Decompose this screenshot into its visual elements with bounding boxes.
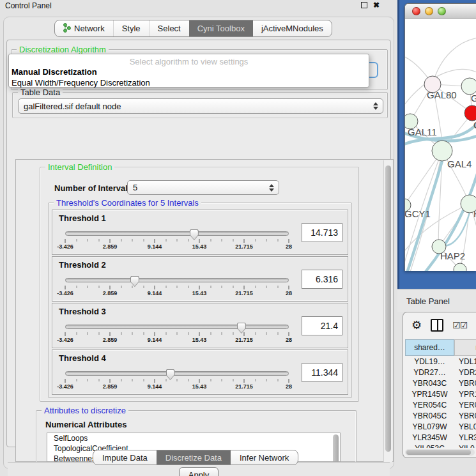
threshold-panel: Threshold 4-3.4262.8599.14415.4321.71528… (52, 349, 348, 395)
threshold-slider[interactable] (65, 278, 289, 282)
slider-ticks (65, 239, 289, 243)
threshold-label: Threshold 3 (59, 307, 106, 316)
table-row[interactable]: YDR27…YDR2 (405, 368, 476, 379)
table-row[interactable]: YDL19…YDL1 (405, 357, 476, 368)
threshold-label: Threshold 4 (59, 353, 106, 363)
tab-cyni-toolbox[interactable]: Cyni Toolbox (189, 20, 253, 36)
algorithm-option-manual[interactable]: Manual Discretization (9, 66, 369, 77)
checkbox-icons[interactable]: ☑☑ (452, 320, 467, 330)
slider-ticks (65, 332, 289, 336)
table-header-row: shared… na (405, 339, 476, 356)
cell-shared-name: YIL053C (405, 444, 454, 448)
threshold-value-field[interactable]: 14.713 (302, 223, 342, 242)
network-node-label: HAP2 (440, 250, 465, 261)
slider-tick-labels: -3.4262.8599.14415.4321.71528 (65, 383, 289, 391)
interval-definition-group: Interval Definition Number of Intervals … (40, 167, 359, 402)
table-row[interactable]: YPR145WYPR1 (405, 390, 476, 401)
cell-shared-name: YBL079W (405, 422, 454, 433)
network-node-label: GAL80 (427, 89, 457, 100)
discretization-algorithm-group-label: Discretization Algorithm (17, 45, 109, 54)
tab-discretize-data[interactable]: Discretize Data (157, 450, 231, 464)
combo-spinner-icon (269, 184, 274, 192)
table-panel: ⚙ ☑☑ shared… na YDL19…YDL1YDR27…YDR2YBR0… (403, 312, 476, 458)
application-root: Control Panel ✖ Network (0, 0, 476, 476)
slider-ticks (65, 379, 289, 383)
split-columns-icon[interactable] (431, 319, 443, 332)
network-edge[interactable] (433, 38, 476, 84)
column-header-shared-name[interactable]: shared… (405, 339, 454, 356)
slider-tick-labels: -3.4262.8599.14415.4321.71528 (65, 337, 289, 344)
network-icon (63, 23, 71, 35)
apply-button[interactable]: Apply (179, 467, 219, 476)
close-icon[interactable]: ✖ (373, 2, 380, 8)
threshold-slider[interactable] (65, 231, 289, 236)
gear-icon[interactable]: ⚙ (411, 319, 422, 331)
cell-name: YBL0 (454, 422, 476, 433)
table-rows: YDL19…YDL1YDR27…YDR2YBR043CYBR0YPR145WYP… (405, 357, 476, 448)
thresholds-group-label: Threshold's Coordinates for 5 Intervals (54, 198, 201, 208)
cell-name: YBR0 (454, 411, 476, 422)
cyni-toolbox-panel: Discretization Algorithm Table Data galF… (6, 40, 391, 447)
threshold-panel: Threshold 2-3.4262.8599.14415.4321.71528… (52, 256, 348, 302)
table-row[interactable]: YBR045CYBR0 (405, 411, 476, 422)
numerical-attributes-label: Numerical Attributes (45, 420, 127, 429)
tab-impute-data[interactable]: Impute Data (93, 450, 157, 464)
table-row[interactable]: YBR043CYBR0 (405, 379, 476, 390)
network-canvas[interactable]: GAL80GAL11GAL4GCY1HHAP2GC (405, 19, 476, 271)
cell-name: YPR1 (454, 390, 476, 401)
threshold-list: Threshold 1-3.4262.8599.14415.4321.71528… (49, 210, 348, 396)
threshold-value-field[interactable]: 11.344 (302, 363, 342, 382)
vertical-scrollbar-thumb[interactable] (385, 165, 391, 452)
minimize-traffic-light[interactable] (425, 7, 433, 15)
threshold-slider[interactable] (65, 325, 289, 329)
close-traffic-light[interactable] (412, 7, 420, 15)
attribute-list-item[interactable]: SelfLoops (47, 433, 340, 443)
table-data-group: Table Data galFiltered.sif default node (12, 92, 388, 118)
vertical-scrollbar[interactable] (383, 160, 392, 462)
tab-infer-network[interactable]: Infer Network (231, 450, 298, 464)
table-row[interactable]: YBL079WYBL0 (405, 422, 476, 433)
table-panel-title: Table Panel (406, 296, 450, 306)
table-data-combo[interactable]: galFiltered.sif default node (18, 98, 383, 114)
cell-name: YIL0 (454, 444, 476, 448)
tab-jactivemnodules[interactable]: jActiveMNodules (253, 20, 332, 36)
cell-shared-name: YDR27… (405, 368, 454, 379)
interval-definition-group-label: Interval Definition (45, 162, 114, 172)
cell-shared-name: YER054C (405, 401, 454, 411)
threshold-panel: Threshold 3-3.4262.8599.14415.4321.71528… (52, 303, 348, 348)
number-of-intervals-combo[interactable]: 5 (127, 180, 279, 195)
attributes-group-label: Attributes to discretize (42, 406, 128, 415)
threshold-value-field[interactable]: 21.4 (302, 316, 342, 335)
network-view-window: GAL80GAL11GAL4GCY1HHAP2GC (404, 3, 476, 271)
network-node-label-partial: G (471, 93, 476, 104)
algorithm-option-equal-width[interactable]: Equal Width/Frequency Discretization (9, 77, 369, 88)
threshold-label: Threshold 1 (59, 213, 106, 223)
table-row[interactable]: YER054CYER0 (405, 401, 476, 411)
column-header-name[interactable]: na (454, 339, 476, 356)
cell-name: YBR0 (454, 379, 476, 390)
zoom-traffic-light[interactable] (438, 7, 446, 15)
tab-style[interactable]: Style (113, 20, 149, 36)
algorithm-hint: Select algorithm to view settings (9, 54, 369, 66)
bottom-tab-bar: Impute Data Discretize Data Infer Networ… (93, 450, 298, 465)
table-panel-header: Table Panel (397, 289, 476, 312)
tab-select[interactable]: Select (149, 20, 189, 36)
network-node[interactable] (464, 105, 476, 121)
list-scrollbar[interactable] (333, 434, 339, 462)
threshold-slider[interactable] (65, 371, 289, 376)
network-node-label-partial: C (473, 119, 476, 130)
threshold-value-field[interactable]: 6.316 (302, 270, 342, 289)
table-row[interactable]: YIL053CYIL0 (405, 444, 476, 448)
tab-network[interactable]: Network (55, 20, 113, 36)
algorithm-dropdown-popup: Select algorithm to view settings Manual… (8, 54, 369, 88)
float-window-icon[interactable] (361, 2, 367, 8)
network-window-titlebar[interactable] (405, 4, 476, 19)
slider-tick-labels: -3.4262.8599.14415.4321.71528 (65, 243, 289, 251)
table-row[interactable]: YLR345WYLR3 (405, 433, 476, 444)
table-data-group-label: Table Data (18, 88, 63, 97)
horizontal-scrollbar[interactable] (405, 449, 475, 456)
combo-spinner-icon (373, 102, 378, 110)
threshold-label: Threshold 2 (59, 260, 106, 270)
cell-name: YDL1 (454, 357, 476, 368)
horizontal-scrollbar-thumb[interactable] (406, 450, 471, 455)
